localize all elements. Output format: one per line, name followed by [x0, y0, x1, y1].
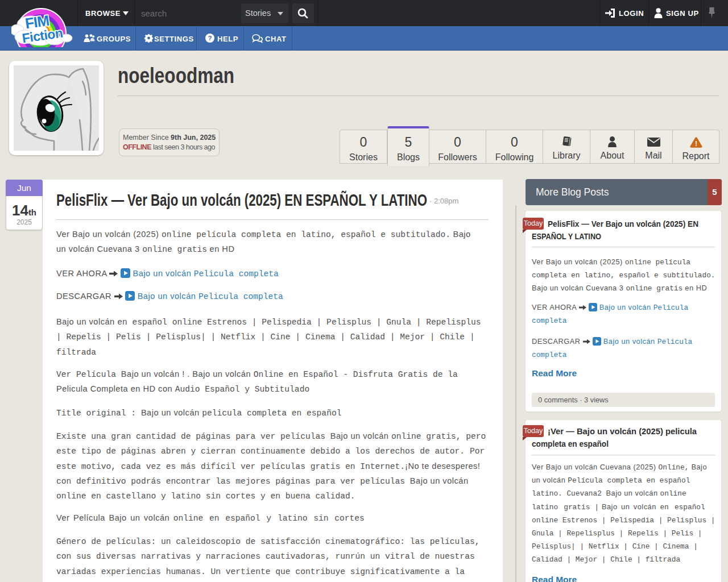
svg-text:?: ?	[208, 35, 212, 41]
svg-text:!: !	[695, 140, 697, 148]
